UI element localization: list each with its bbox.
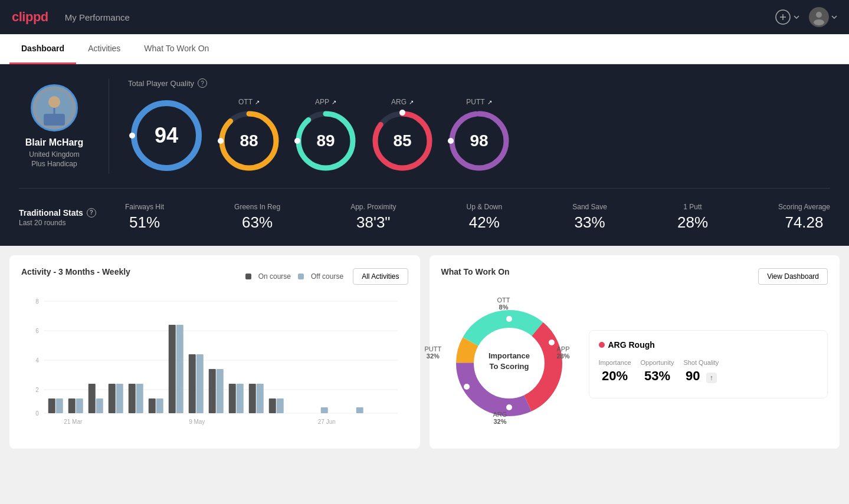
traditional-stats: Traditional Stats ? Last 20 rounds Fairw…: [19, 203, 830, 232]
svg-rect-49: [196, 354, 204, 413]
chart-area: 0 2 4 6 8: [21, 295, 408, 437]
tab-activities[interactable]: Activities: [76, 34, 132, 64]
svg-point-11: [129, 133, 135, 139]
svg-rect-37: [76, 398, 83, 413]
add-button[interactable]: [775, 9, 799, 25]
quality-value: 90 ↑: [683, 368, 719, 384]
help-icon[interactable]: ?: [198, 78, 207, 88]
bar-chart-svg: 0 2 4 6 8: [21, 295, 408, 425]
stat-oneputt-label: 1 Putt: [683, 203, 702, 211]
arg-value: 85: [393, 131, 411, 150]
svg-rect-54: [249, 384, 256, 413]
stats-items: Fairways Hit 51% Greens In Reg 63% App. …: [125, 203, 830, 232]
importance-value: 20%: [599, 368, 631, 384]
hero-top: Blair McHarg United Kingdom Plus Handica…: [19, 78, 830, 189]
ott-svg-wrap: 88: [217, 108, 281, 173]
svg-rect-56: [269, 398, 276, 413]
svg-rect-53: [237, 384, 244, 413]
svg-text:4: 4: [35, 357, 39, 364]
info-card-title: ARG Rough: [599, 340, 818, 350]
stat-fairways-label: Fairways Hit: [125, 203, 164, 211]
svg-rect-46: [169, 325, 176, 413]
app-svg-wrap: 89: [293, 108, 358, 173]
svg-rect-36: [68, 398, 76, 413]
player-name: Blair McHarg: [25, 137, 84, 148]
donut-svg: Importance To Scoring: [441, 295, 577, 431]
ott-label: OTT ↗: [238, 98, 260, 106]
stat-oneputt-value: 28%: [677, 213, 708, 232]
svg-point-3: [816, 12, 822, 18]
svg-rect-55: [257, 384, 264, 413]
main-quality-value: 94: [155, 123, 178, 148]
svg-rect-43: [136, 384, 143, 413]
chevron-down-icon: [831, 15, 837, 19]
on-course-legend-label: On course: [258, 272, 291, 281]
player-photo: [37, 90, 72, 126]
opportunity-value: 53%: [641, 368, 674, 384]
quality-circles: 94 OTT ↗ 88: [128, 97, 830, 174]
svg-rect-51: [217, 369, 224, 413]
quality-title: Total Player Quality: [128, 79, 194, 88]
tab-bar: Dashboard Activities What To Work On: [0, 34, 849, 64]
main-circle-wrap: 94: [128, 97, 205, 174]
app-header: clippd My Performance: [0, 0, 849, 34]
svg-text:8: 8: [35, 298, 39, 305]
wtwo-header: What To Work On View Dashboard: [441, 267, 828, 286]
svg-point-69: [549, 340, 555, 345]
svg-text:2: 2: [35, 387, 39, 393]
tab-what-to-work-on[interactable]: What To Work On: [132, 34, 221, 64]
putt-svg-wrap: 98: [447, 108, 512, 173]
what-to-work-on-card: What To Work On View Dashboard: [430, 255, 840, 449]
stat-sandsave: Sand Save 33%: [572, 203, 607, 232]
ott-segment-label: OTT 8%: [497, 297, 510, 311]
stat-scoring-label: Scoring Average: [778, 203, 830, 211]
svg-rect-7: [44, 114, 65, 126]
svg-rect-42: [129, 384, 136, 413]
user-menu[interactable]: [809, 7, 837, 27]
quality-section: Total Player Quality ? 94: [109, 78, 830, 174]
off-course-legend-dot: [298, 274, 304, 279]
stat-fairways: Fairways Hit 51%: [125, 203, 164, 232]
player-avatar: [31, 84, 78, 131]
putt-circle: PUTT ↗ 98: [447, 98, 512, 173]
svg-rect-50: [209, 369, 216, 413]
svg-rect-57: [277, 398, 284, 413]
chart-header: Activity - 3 Months - Weekly On course O…: [21, 267, 408, 286]
importance-stat: Importance 20%: [599, 359, 631, 384]
importance-label: Importance: [599, 359, 631, 366]
all-activities-button[interactable]: All Activities: [353, 268, 408, 285]
svg-rect-45: [156, 398, 163, 413]
arg-svg-wrap: 85: [370, 108, 435, 173]
svg-point-70: [506, 404, 512, 410]
putt-value: 98: [470, 131, 488, 150]
stat-updown-value: 42%: [469, 213, 500, 232]
stat-greens-label: Greens In Reg: [234, 203, 280, 211]
svg-rect-59: [356, 407, 363, 413]
tab-dashboard[interactable]: Dashboard: [9, 34, 76, 64]
stat-greens-value: 63%: [242, 213, 273, 232]
arg-arrow: ↗: [409, 99, 414, 106]
svg-rect-52: [229, 384, 236, 413]
svg-rect-35: [56, 398, 63, 413]
view-dashboard-button[interactable]: View Dashboard: [758, 268, 828, 285]
header-right: [775, 7, 837, 27]
quality-stat: Shot Quality 90 ↑: [683, 359, 719, 384]
svg-point-17: [294, 138, 300, 144]
svg-rect-48: [189, 354, 196, 413]
stat-oneputt: 1 Putt 28%: [677, 203, 708, 232]
stats-title: Traditional Stats ?: [19, 208, 125, 218]
quality-header: Total Player Quality ?: [128, 78, 830, 88]
stats-help-icon[interactable]: ?: [87, 208, 96, 218]
svg-text:Importance: Importance: [488, 351, 529, 360]
stat-sandsave-value: 33%: [575, 213, 605, 232]
avatar: [809, 7, 829, 27]
putt-segment-label: PUTT 32%: [425, 345, 442, 360]
user-icon: [811, 9, 827, 25]
logo-area: clippd My Performance: [12, 9, 130, 25]
app-value: 89: [316, 131, 335, 150]
svg-point-23: [448, 138, 454, 144]
stat-updown-label: Up & Down: [467, 203, 503, 211]
activity-card: Activity - 3 Months - Weekly On course O…: [9, 255, 420, 449]
svg-text:6: 6: [35, 328, 39, 334]
donut-container: Importance To Scoring OTT 8% APP 28% ARG: [441, 295, 577, 433]
